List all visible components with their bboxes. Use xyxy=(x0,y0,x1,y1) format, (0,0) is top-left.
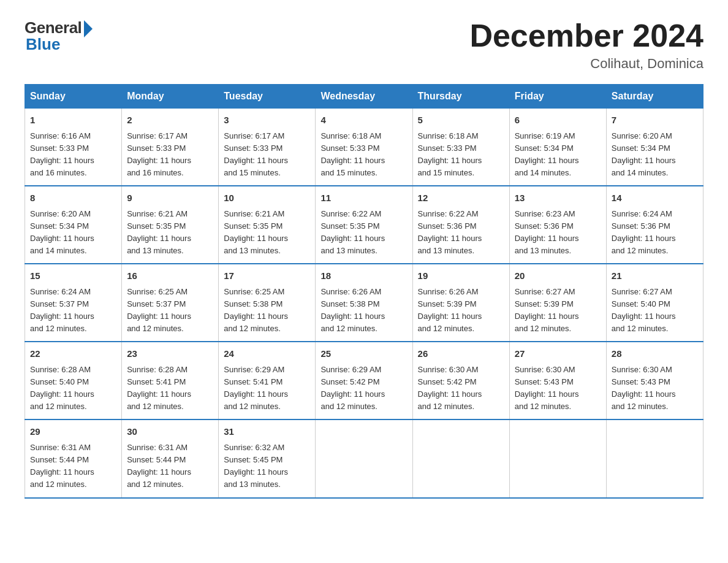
day-info: Sunrise: 6:29 AMSunset: 5:41 PMDaylight:… xyxy=(224,364,310,413)
header-day-wednesday: Wednesday xyxy=(316,85,412,109)
calendar-table: SundayMondayTuesdayWednesdayThursdayFrid… xyxy=(25,84,703,498)
calendar-cell: 12Sunrise: 6:22 AMSunset: 5:36 PMDayligh… xyxy=(412,186,509,264)
calendar-cell xyxy=(606,419,703,497)
day-info: Sunrise: 6:25 AMSunset: 5:38 PMDaylight:… xyxy=(224,286,310,335)
day-number: 20 xyxy=(515,269,601,283)
calendar-cell: 13Sunrise: 6:23 AMSunset: 5:36 PMDayligh… xyxy=(509,186,606,264)
day-info: Sunrise: 6:27 AMSunset: 5:40 PMDaylight:… xyxy=(612,286,698,335)
title-section: December 2024 Colihaut, Dominica xyxy=(469,18,703,72)
day-number: 3 xyxy=(224,113,310,128)
calendar-cell xyxy=(316,419,412,497)
calendar-cell: 25Sunrise: 6:29 AMSunset: 5:42 PMDayligh… xyxy=(316,342,412,419)
day-number: 6 xyxy=(515,113,601,128)
calendar-cell: 30Sunrise: 6:31 AMSunset: 5:44 PMDayligh… xyxy=(122,419,219,497)
day-number: 29 xyxy=(30,425,116,439)
day-number: 7 xyxy=(612,113,698,128)
calendar-cell: 27Sunrise: 6:30 AMSunset: 5:43 PMDayligh… xyxy=(509,342,606,419)
header-day-friday: Friday xyxy=(509,85,606,109)
logo-blue-text: Blue xyxy=(25,35,60,54)
day-info: Sunrise: 6:20 AMSunset: 5:34 PMDaylight:… xyxy=(612,130,698,180)
day-number: 12 xyxy=(418,191,504,205)
calendar-cell: 24Sunrise: 6:29 AMSunset: 5:41 PMDayligh… xyxy=(219,342,316,419)
calendar-cell: 26Sunrise: 6:30 AMSunset: 5:42 PMDayligh… xyxy=(412,342,509,419)
logo-arrow-icon xyxy=(84,20,93,37)
day-info: Sunrise: 6:25 AMSunset: 5:37 PMDaylight:… xyxy=(127,286,213,335)
day-info: Sunrise: 6:22 AMSunset: 5:36 PMDaylight:… xyxy=(418,208,504,258)
day-info: Sunrise: 6:31 AMSunset: 5:44 PMDaylight:… xyxy=(127,442,213,491)
calendar-cell: 19Sunrise: 6:26 AMSunset: 5:39 PMDayligh… xyxy=(412,264,509,342)
day-info: Sunrise: 6:30 AMSunset: 5:43 PMDaylight:… xyxy=(515,364,601,413)
week-row-2: 8Sunrise: 6:20 AMSunset: 5:34 PMDaylight… xyxy=(25,186,703,264)
header-day-tuesday: Tuesday xyxy=(219,85,316,109)
page-header: General Blue December 2024 Colihaut, Dom… xyxy=(25,18,703,72)
day-info: Sunrise: 6:18 AMSunset: 5:33 PMDaylight:… xyxy=(418,130,504,180)
calendar-cell xyxy=(412,419,509,497)
day-number: 15 xyxy=(30,269,116,283)
calendar-cell: 20Sunrise: 6:27 AMSunset: 5:39 PMDayligh… xyxy=(509,264,606,342)
calendar-cell: 11Sunrise: 6:22 AMSunset: 5:35 PMDayligh… xyxy=(316,186,412,264)
calendar-cell: 8Sunrise: 6:20 AMSunset: 5:34 PMDaylight… xyxy=(25,186,122,264)
header-day-thursday: Thursday xyxy=(412,85,509,109)
day-info: Sunrise: 6:28 AMSunset: 5:40 PMDaylight:… xyxy=(30,364,116,413)
calendar-cell: 16Sunrise: 6:25 AMSunset: 5:37 PMDayligh… xyxy=(122,264,219,342)
calendar-cell: 22Sunrise: 6:28 AMSunset: 5:40 PMDayligh… xyxy=(25,342,122,419)
day-info: Sunrise: 6:22 AMSunset: 5:35 PMDaylight:… xyxy=(320,208,407,258)
day-info: Sunrise: 6:23 AMSunset: 5:36 PMDaylight:… xyxy=(515,208,601,258)
calendar-body: 1Sunrise: 6:16 AMSunset: 5:33 PMDaylight… xyxy=(25,109,703,498)
day-info: Sunrise: 6:24 AMSunset: 5:37 PMDaylight:… xyxy=(30,286,116,335)
day-number: 10 xyxy=(224,191,310,205)
header-row: SundayMondayTuesdayWednesdayThursdayFrid… xyxy=(25,85,703,109)
day-number: 23 xyxy=(127,347,213,361)
day-info: Sunrise: 6:26 AMSunset: 5:38 PMDaylight:… xyxy=(320,286,407,335)
day-number: 27 xyxy=(515,347,601,361)
logo: General Blue xyxy=(25,18,93,54)
day-info: Sunrise: 6:20 AMSunset: 5:34 PMDaylight:… xyxy=(30,208,116,258)
day-number: 2 xyxy=(127,113,213,128)
day-info: Sunrise: 6:21 AMSunset: 5:35 PMDaylight:… xyxy=(224,208,310,258)
calendar-cell: 14Sunrise: 6:24 AMSunset: 5:36 PMDayligh… xyxy=(606,186,703,264)
day-info: Sunrise: 6:16 AMSunset: 5:33 PMDaylight:… xyxy=(30,130,116,180)
day-number: 25 xyxy=(320,347,407,361)
day-info: Sunrise: 6:30 AMSunset: 5:43 PMDaylight:… xyxy=(612,364,698,413)
day-number: 18 xyxy=(320,269,407,283)
day-number: 5 xyxy=(418,113,504,128)
day-number: 19 xyxy=(418,269,504,283)
day-number: 24 xyxy=(224,347,310,361)
day-number: 9 xyxy=(127,191,213,205)
day-number: 21 xyxy=(612,269,698,283)
day-number: 26 xyxy=(418,347,504,361)
day-info: Sunrise: 6:19 AMSunset: 5:34 PMDaylight:… xyxy=(515,130,601,180)
calendar-cell: 4Sunrise: 6:18 AMSunset: 5:33 PMDaylight… xyxy=(316,109,412,186)
day-info: Sunrise: 6:17 AMSunset: 5:33 PMDaylight:… xyxy=(127,130,213,180)
calendar-cell: 7Sunrise: 6:20 AMSunset: 5:34 PMDaylight… xyxy=(606,109,703,186)
header-day-sunday: Sunday xyxy=(25,85,122,109)
week-row-1: 1Sunrise: 6:16 AMSunset: 5:33 PMDaylight… xyxy=(25,109,703,186)
calendar-cell: 18Sunrise: 6:26 AMSunset: 5:38 PMDayligh… xyxy=(316,264,412,342)
calendar-cell xyxy=(509,419,606,497)
calendar-cell: 2Sunrise: 6:17 AMSunset: 5:33 PMDaylight… xyxy=(122,109,219,186)
calendar-cell: 31Sunrise: 6:32 AMSunset: 5:45 PMDayligh… xyxy=(219,419,316,497)
week-row-5: 29Sunrise: 6:31 AMSunset: 5:44 PMDayligh… xyxy=(25,419,703,497)
calendar-cell: 5Sunrise: 6:18 AMSunset: 5:33 PMDaylight… xyxy=(412,109,509,186)
calendar-cell: 6Sunrise: 6:19 AMSunset: 5:34 PMDaylight… xyxy=(509,109,606,186)
header-day-monday: Monday xyxy=(122,85,219,109)
day-info: Sunrise: 6:30 AMSunset: 5:42 PMDaylight:… xyxy=(418,364,504,413)
calendar-cell: 21Sunrise: 6:27 AMSunset: 5:40 PMDayligh… xyxy=(606,264,703,342)
calendar-cell: 28Sunrise: 6:30 AMSunset: 5:43 PMDayligh… xyxy=(606,342,703,419)
calendar-cell: 29Sunrise: 6:31 AMSunset: 5:44 PMDayligh… xyxy=(25,419,122,497)
month-title: December 2024 xyxy=(469,18,703,53)
day-number: 14 xyxy=(612,191,698,205)
day-number: 11 xyxy=(320,191,407,205)
calendar-cell: 9Sunrise: 6:21 AMSunset: 5:35 PMDaylight… xyxy=(122,186,219,264)
day-number: 1 xyxy=(30,113,116,128)
day-info: Sunrise: 6:18 AMSunset: 5:33 PMDaylight:… xyxy=(320,130,407,180)
location-label: Colihaut, Dominica xyxy=(469,56,703,72)
day-info: Sunrise: 6:27 AMSunset: 5:39 PMDaylight:… xyxy=(515,286,601,335)
day-number: 8 xyxy=(30,191,116,205)
header-day-saturday: Saturday xyxy=(606,85,703,109)
day-info: Sunrise: 6:26 AMSunset: 5:39 PMDaylight:… xyxy=(418,286,504,335)
day-info: Sunrise: 6:17 AMSunset: 5:33 PMDaylight:… xyxy=(224,130,310,180)
day-number: 16 xyxy=(127,269,213,283)
calendar-cell: 15Sunrise: 6:24 AMSunset: 5:37 PMDayligh… xyxy=(25,264,122,342)
day-number: 28 xyxy=(612,347,698,361)
